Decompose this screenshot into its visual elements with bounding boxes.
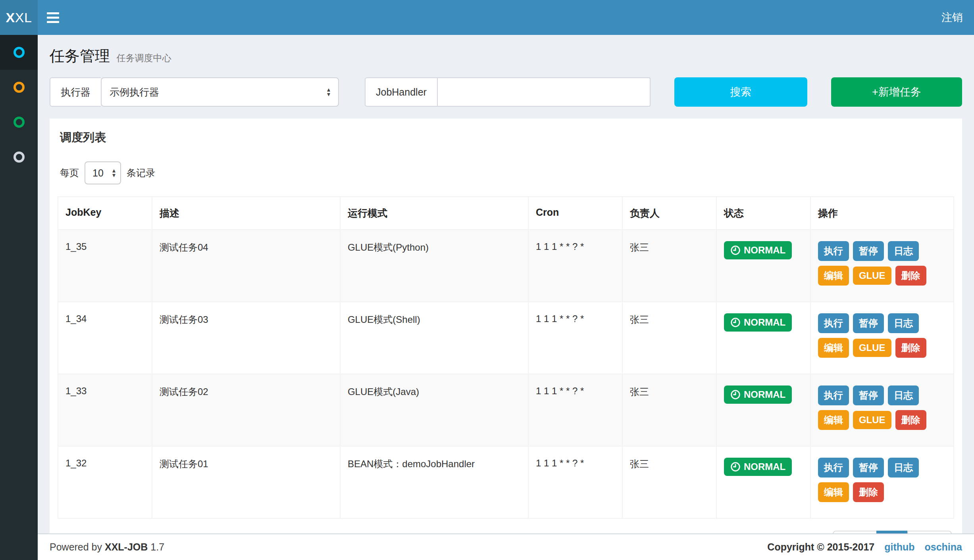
status-cell: NORMAL (716, 446, 810, 518)
app-logo[interactable]: XXL (0, 0, 38, 35)
sidebar-item-4[interactable] (0, 140, 38, 175)
circle-icon (13, 82, 25, 93)
delete-button[interactable]: 删除 (853, 482, 884, 502)
app-logo-light: XL (15, 10, 32, 25)
delete-button[interactable]: 删除 (895, 410, 926, 430)
filter-toolbar: 执行器 示例执行器 ▴▾ JobHandler 搜索 +新增任务 (50, 77, 962, 107)
run-mode-cell: BEAN模式：demoJobHandler (340, 446, 528, 518)
main-content: 任务管理 任务调度中心 执行器 示例执行器 ▴▾ JobHandler 搜索 +… (38, 35, 974, 560)
run-button[interactable]: 执行 (818, 241, 849, 261)
page-footer: Powered by XXL-JOB 1.7 Copyright © 2015-… (38, 533, 974, 560)
action-line: 执行暂停日志 (818, 313, 946, 337)
circle-icon (13, 117, 25, 128)
circle-icon (13, 152, 25, 163)
edit-button[interactable]: 编辑 (818, 266, 849, 286)
owner-cell: 张三 (622, 446, 716, 518)
column-header: 操作 (810, 197, 954, 230)
owner-cell: 张三 (622, 230, 716, 302)
clock-icon (730, 317, 741, 328)
page-subtitle: 任务调度中心 (116, 53, 171, 63)
glue-button[interactable]: GLUE (853, 339, 891, 357)
jobhandler-input[interactable] (437, 77, 651, 107)
status-cell: NORMAL (716, 374, 810, 446)
per-page-suffix: 条记录 (127, 167, 155, 179)
run-button[interactable]: 执行 (818, 385, 849, 405)
status-text: NORMAL (744, 317, 785, 328)
sidebar-item-3[interactable] (0, 105, 38, 140)
sidebar-toggle-button[interactable] (47, 0, 71, 35)
log-button[interactable]: 日志 (888, 385, 919, 405)
run-button[interactable]: 执行 (818, 458, 849, 478)
sidebar-item-1[interactable] (0, 35, 38, 70)
oschina-link[interactable]: oschina (925, 541, 962, 552)
jobhandler-label: JobHandler (365, 77, 437, 107)
schedule-list-panel: 调度列表 每页 10 ▴▾ 条记录 JobKey描述运行模式Cron负责人状态操… (50, 119, 962, 560)
action-line: 执行暂停日志 (818, 458, 946, 481)
search-button[interactable]: 搜索 (674, 77, 807, 107)
run-mode-cell: GLUE模式(Python) (340, 230, 528, 302)
per-page-control: 每页 10 ▴▾ 条记录 (60, 161, 954, 184)
job-table: JobKey描述运行模式Cron负责人状态操作 1_35测试任务04GLUE模式… (58, 196, 954, 519)
status-cell: NORMAL (716, 302, 810, 374)
table-row: 1_33测试任务02GLUE模式(Java)1 1 1 * * ? *张三NOR… (58, 374, 954, 446)
description-cell: 测试任务02 (152, 374, 340, 446)
product-version: 1.7 (150, 541, 164, 552)
column-header: 运行模式 (340, 197, 528, 230)
column-header: 负责人 (622, 197, 716, 230)
edit-button[interactable]: 编辑 (818, 482, 849, 502)
run-mode-cell: GLUE模式(Java) (340, 374, 528, 446)
circle-icon (13, 47, 25, 58)
delete-button[interactable]: 删除 (895, 338, 926, 358)
panel-title: 调度列表 (58, 130, 954, 146)
delete-button[interactable]: 删除 (895, 266, 926, 286)
log-button[interactable]: 日志 (888, 241, 919, 261)
pause-button[interactable]: 暂停 (853, 385, 884, 405)
status-badge: NORMAL (724, 458, 792, 476)
pause-button[interactable]: 暂停 (853, 241, 884, 261)
per-page-select[interactable]: 10 ▴▾ (85, 161, 121, 184)
column-header: JobKey (58, 197, 152, 230)
action-line: 执行暂停日志 (818, 241, 946, 265)
copyright: Copyright © 2015-2017 github oschina (767, 541, 962, 553)
job-key-cell: 1_33 (58, 374, 152, 446)
owner-cell: 张三 (622, 302, 716, 374)
content-header: 任务管理 任务调度中心 (38, 35, 974, 66)
executor-label: 执行器 (50, 77, 101, 107)
status-badge: NORMAL (724, 385, 792, 404)
owner-cell: 张三 (622, 374, 716, 446)
status-cell: NORMAL (716, 230, 810, 302)
job-key-cell: 1_34 (58, 302, 152, 374)
actions-cell: 执行暂停日志编辑GLUE删除 (810, 374, 954, 446)
page-title: 任务管理 (50, 48, 110, 64)
logout-link[interactable]: 注销 (941, 0, 963, 35)
table-row: 1_34测试任务03GLUE模式(Shell)1 1 1 * * ? *张三NO… (58, 302, 954, 374)
log-button[interactable]: 日志 (888, 458, 919, 478)
glue-button[interactable]: GLUE (853, 267, 891, 285)
action-line: 执行暂停日志 (818, 385, 946, 409)
description-cell: 测试任务03 (152, 302, 340, 374)
executor-select[interactable]: 示例执行器 ▴▾ (101, 77, 339, 107)
github-link[interactable]: github (884, 541, 914, 552)
job-key-cell: 1_35 (58, 230, 152, 302)
cron-cell: 1 1 1 * * ? * (528, 374, 622, 446)
copyright-text: Copyright © 2015-2017 (767, 541, 874, 552)
actions-cell: 执行暂停日志编辑删除 (810, 446, 954, 518)
column-header: 描述 (152, 197, 340, 230)
pause-button[interactable]: 暂停 (853, 458, 884, 478)
sidebar-item-2[interactable] (0, 70, 38, 105)
pause-button[interactable]: 暂停 (853, 313, 884, 333)
sidebar (0, 35, 38, 560)
add-job-button[interactable]: +新增任务 (831, 77, 962, 107)
table-row: 1_35测试任务04GLUE模式(Python)1 1 1 * * ? *张三N… (58, 230, 954, 302)
status-text: NORMAL (744, 245, 785, 256)
description-cell: 测试任务01 (152, 446, 340, 518)
edit-button[interactable]: 编辑 (818, 410, 849, 430)
glue-button[interactable]: GLUE (853, 411, 891, 429)
description-cell: 测试任务04 (152, 230, 340, 302)
status-text: NORMAL (744, 389, 785, 400)
actions-cell: 执行暂停日志编辑GLUE删除 (810, 302, 954, 374)
edit-button[interactable]: 编辑 (818, 338, 849, 358)
run-button[interactable]: 执行 (818, 313, 849, 333)
clock-icon (730, 462, 741, 472)
log-button[interactable]: 日志 (888, 313, 919, 333)
